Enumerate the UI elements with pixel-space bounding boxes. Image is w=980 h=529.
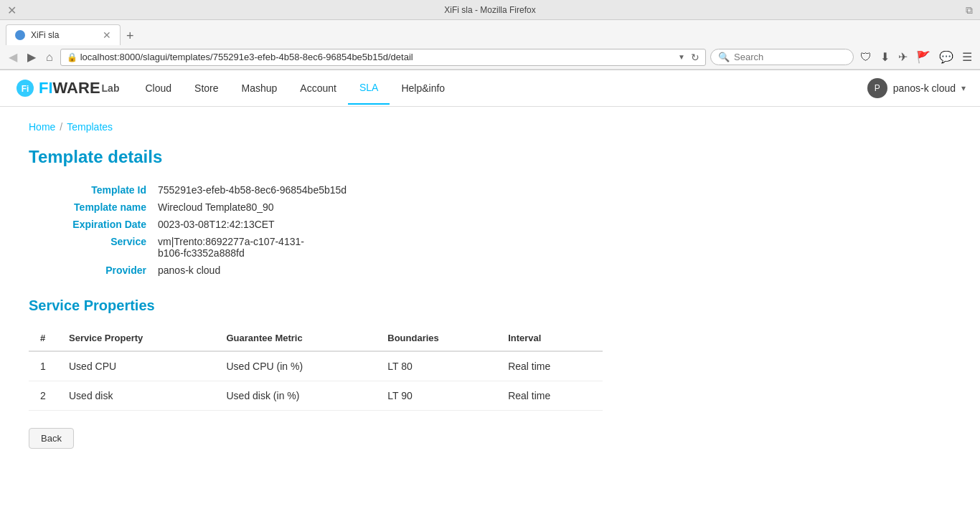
template-id-value: 755291e3-efeb-4b58-8ec6-96854be5b15d — [158, 184, 951, 196]
col-header-boundaries: Boundaries — [376, 325, 496, 351]
app-nav-left: Fi FI WARE Lab Cloud Store Mashup Accoun… — [14, 70, 456, 106]
template-name-label: Template name — [29, 201, 158, 213]
flag-icon-button[interactable]: 🚩 — [914, 48, 933, 66]
home-button[interactable]: ⌂ — [43, 49, 56, 65]
menu-icon-button[interactable]: ☰ — [960, 48, 974, 66]
expiration-date-value: 0023-03-08T12:42:13CET — [158, 219, 951, 230]
service-value: vm|Trento:8692277a-c107-4131- b106-fc335… — [158, 236, 951, 259]
browser-chrome: XiFi sla ✕ + ◀ ▶ ⌂ 🔒 ▼ ↻ 🔍 🛡 ⬇ ✈ 🚩 💬 ☰ — [0, 20, 980, 70]
address-dropdown-icon[interactable]: ▼ — [678, 53, 685, 61]
search-icon: 🔍 — [718, 52, 730, 62]
nav-item-help[interactable]: Help&info — [390, 72, 456, 104]
forward-button[interactable]: ▶ — [24, 49, 39, 65]
app-navigation: Fi FI WARE Lab Cloud Store Mashup Accoun… — [0, 70, 980, 107]
row1-boundaries: LT 80 — [376, 351, 496, 381]
template-id-row: Template Id 755291e3-efeb-4b58-8ec6-9685… — [29, 184, 951, 196]
window-close-button[interactable]: ✕ — [7, 3, 17, 16]
shield-icon-button[interactable]: 🛡 — [858, 49, 874, 66]
col-header-service-property: Service Property — [57, 325, 215, 351]
user-name: panos-k cloud — [893, 82, 956, 94]
address-bar: 🔒 ▼ ↻ — [60, 49, 706, 66]
col-header-guarantee-metric: Guarantee Metric — [215, 325, 377, 351]
window-maximize-button[interactable]: ⧉ — [966, 4, 973, 16]
row2-guarantee-metric: Used disk (in %) — [215, 381, 377, 411]
table-row: 1 Used CPU Used CPU (in %) LT 80 Real ti… — [29, 351, 603, 381]
browser-icons: 🛡 ⬇ ✈ 🚩 💬 ☰ — [858, 48, 974, 66]
row1-interval: Real time — [496, 351, 603, 381]
avatar-initials: P — [875, 83, 880, 93]
table-header-row: # Service Property Guarantee Metric Boun… — [29, 325, 603, 351]
service-properties-title: Service Properties — [29, 297, 951, 314]
new-tab-button[interactable]: + — [122, 29, 138, 44]
expiration-date-label: Expiration Date — [29, 219, 158, 230]
provider-value: panos-k cloud — [158, 264, 951, 276]
main-content: Home / Templates Template details Templa… — [0, 107, 980, 463]
row2-boundaries: LT 90 — [376, 381, 496, 411]
back-button[interactable]: Back — [29, 428, 74, 449]
expiration-date-row: Expiration Date 0023-03-08T12:42:13CET — [29, 219, 951, 230]
page-title: Template details — [29, 147, 951, 167]
fiware-logo: Fi FI WARE Lab — [14, 70, 119, 106]
col-header-interval: Interval — [496, 325, 603, 351]
nav-bar: ◀ ▶ ⌂ 🔒 ▼ ↻ 🔍 🛡 ⬇ ✈ 🚩 💬 ☰ — [0, 45, 980, 70]
breadcrumb-home[interactable]: Home — [29, 121, 55, 133]
bookmark-icon-button[interactable]: ✈ — [896, 48, 910, 66]
row1-service-property: Used CPU — [57, 351, 215, 381]
service-label: Service — [29, 236, 158, 247]
tab-label: XiFi sla — [31, 30, 59, 40]
logo-fi-text: FI — [39, 79, 53, 97]
logo-lab-text: Lab — [102, 82, 120, 94]
template-name-row: Template name Wirecloud Template80_90 — [29, 201, 951, 213]
provider-label: Provider — [29, 264, 158, 276]
avatar: P — [867, 78, 887, 98]
provider-row: Provider panos-k cloud — [29, 264, 951, 276]
app-nav-right: P panos-k cloud ▾ — [867, 78, 966, 98]
tab-favicon — [15, 30, 25, 40]
search-input[interactable] — [734, 52, 834, 62]
nav-item-sla[interactable]: SLA — [348, 72, 390, 105]
row1-num: 1 — [29, 351, 57, 381]
col-header-num: # — [29, 325, 57, 351]
tab-close-button[interactable]: ✕ — [103, 29, 111, 41]
nav-item-account[interactable]: Account — [288, 72, 348, 104]
nav-item-store[interactable]: Store — [183, 72, 230, 104]
nav-item-mashup[interactable]: Mashup — [230, 72, 289, 104]
template-id-label: Template Id — [29, 184, 158, 196]
address-lock-icon: 🔒 — [67, 52, 77, 62]
row1-guarantee-metric: Used CPU (in %) — [215, 351, 377, 381]
window-title: XiFi sla - Mozilla Firefox — [444, 5, 535, 15]
row2-interval: Real time — [496, 381, 603, 411]
template-details: Template Id 755291e3-efeb-4b58-8ec6-9685… — [29, 184, 951, 276]
service-value-line2: b106-fc3352a888fd — [158, 247, 245, 259]
service-row: Service vm|Trento:8692277a-c107-4131- b1… — [29, 236, 951, 259]
search-bar: 🔍 — [710, 49, 854, 65]
svg-text:Fi: Fi — [22, 84, 29, 94]
back-button[interactable]: ◀ — [6, 49, 20, 65]
row2-num: 2 — [29, 381, 57, 411]
service-value-line1: vm|Trento:8692277a-c107-4131- — [158, 236, 304, 247]
template-name-value: Wirecloud Template80_90 — [158, 201, 951, 213]
logo-icon: Fi — [14, 77, 36, 99]
os-titlebar: ✕ XiFi sla - Mozilla Firefox ⧉ — [0, 0, 980, 20]
service-properties-table: # Service Property Guarantee Metric Boun… — [29, 325, 603, 411]
download-icon-button[interactable]: ⬇ — [878, 48, 892, 66]
nav-item-cloud[interactable]: Cloud — [133, 72, 183, 104]
row2-service-property: Used disk — [57, 381, 215, 411]
logo-ware-text: WARE — [53, 79, 100, 97]
reload-button[interactable]: ↻ — [691, 52, 699, 63]
chat-icon-button[interactable]: 💬 — [937, 48, 956, 66]
table-row: 2 Used disk Used disk (in %) LT 90 Real … — [29, 381, 603, 411]
tab-bar: XiFi sla ✕ + — [0, 20, 980, 45]
address-input[interactable] — [80, 52, 675, 62]
user-dropdown-icon[interactable]: ▾ — [961, 83, 966, 93]
breadcrumb-separator: / — [60, 121, 62, 133]
breadcrumb: Home / Templates — [29, 121, 951, 133]
breadcrumb-templates[interactable]: Templates — [67, 121, 113, 133]
browser-tab[interactable]: XiFi sla ✕ — [6, 24, 121, 45]
